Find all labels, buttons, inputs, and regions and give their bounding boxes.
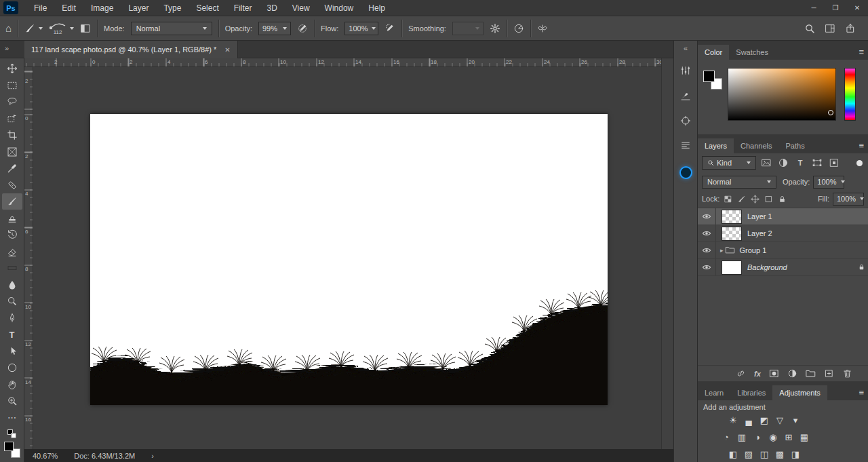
move-tool[interactable] bbox=[2, 60, 22, 77]
menu-3d[interactable]: 3D bbox=[259, 0, 284, 16]
rectangular-marquee-tool[interactable] bbox=[2, 77, 22, 94]
frame-tool[interactable] bbox=[2, 144, 22, 160]
brush-tool[interactable] bbox=[2, 193, 22, 210]
brush-settings-panel-icon[interactable] bbox=[677, 62, 694, 79]
horizontal-type-tool[interactable]: T bbox=[2, 326, 22, 343]
pen-tool[interactable] bbox=[2, 310, 22, 326]
channel-mixer-icon[interactable]: ⊞ bbox=[782, 431, 795, 443]
default-colors-icon[interactable] bbox=[7, 429, 16, 438]
zoom-level-field[interactable]: 40.67% bbox=[33, 452, 58, 460]
curves-icon[interactable]: ◩ bbox=[757, 414, 771, 426]
brush-preset-picker[interactable]: 112 bbox=[49, 22, 74, 35]
toolbar-collapse-icon[interactable]: » bbox=[5, 44, 9, 52]
layer-opacity-field[interactable]: 100% bbox=[813, 176, 844, 189]
invert-icon[interactable]: ◧ bbox=[726, 448, 740, 460]
saturation-brightness-picker[interactable] bbox=[728, 68, 836, 121]
lock-position-icon[interactable] bbox=[750, 194, 760, 204]
layer-row-layer-2[interactable]: Layer 2 bbox=[698, 225, 868, 242]
menu-type[interactable]: Type bbox=[156, 0, 189, 16]
object-selection-tool[interactable] bbox=[2, 111, 22, 127]
add-layer-mask-icon[interactable] bbox=[769, 368, 779, 379]
tab-adjustments[interactable]: Adjustments bbox=[772, 385, 827, 400]
menu-file[interactable]: File bbox=[26, 0, 54, 16]
brightness-contrast-icon[interactable]: ☀ bbox=[726, 414, 740, 426]
clone-stamp-tool[interactable] bbox=[2, 210, 22, 227]
hue-saturation-icon[interactable]: ◔ bbox=[719, 431, 733, 443]
new-group-icon[interactable] bbox=[806, 368, 816, 379]
tab-libraries[interactable]: Libraries bbox=[730, 385, 772, 400]
search-icon[interactable] bbox=[804, 23, 815, 34]
black-white-icon[interactable]: ◑ bbox=[751, 431, 764, 443]
close-icon[interactable]: ✕ bbox=[846, 0, 868, 16]
exposure-icon[interactable]: ▽ bbox=[773, 414, 787, 426]
lasso-tool[interactable] bbox=[2, 94, 22, 110]
eyedropper-tool[interactable] bbox=[2, 160, 22, 176]
airbrush-icon[interactable] bbox=[384, 23, 395, 34]
visibility-eye-icon[interactable] bbox=[698, 208, 716, 225]
layer-thumbnail[interactable] bbox=[722, 210, 742, 224]
visibility-eye-icon[interactable] bbox=[698, 225, 716, 242]
posterize-icon[interactable]: ▨ bbox=[742, 448, 755, 460]
menu-image[interactable]: Image bbox=[83, 0, 121, 16]
toggle-brush-panel-icon[interactable] bbox=[80, 23, 91, 34]
pasteboard[interactable] bbox=[33, 67, 661, 449]
menu-layer[interactable]: Layer bbox=[121, 0, 156, 16]
link-layers-icon[interactable] bbox=[736, 368, 746, 379]
levels-icon[interactable]: ▄ bbox=[742, 414, 755, 426]
minimize-icon[interactable]: ─ bbox=[803, 0, 825, 16]
brushes-panel-icon[interactable] bbox=[677, 87, 694, 104]
crop-tool[interactable] bbox=[2, 127, 22, 143]
gradient-map-icon[interactable]: ▩ bbox=[773, 448, 787, 460]
status-options-chevron-icon[interactable]: › bbox=[151, 452, 154, 460]
document-tab[interactable]: 117 land scape photo.psd @ 40.7% (Layer … bbox=[24, 41, 238, 58]
foreground-color-swatch[interactable] bbox=[703, 71, 715, 82]
menu-help[interactable]: Help bbox=[361, 0, 393, 16]
tab-channels[interactable]: Channels bbox=[734, 138, 778, 153]
home-icon[interactable]: ⌂ bbox=[5, 22, 12, 34]
opacity-field[interactable]: 99% bbox=[258, 22, 291, 35]
new-adjustment-layer-icon[interactable] bbox=[787, 368, 797, 379]
eraser-tool[interactable] bbox=[2, 244, 22, 260]
history-brush-tool[interactable] bbox=[2, 227, 22, 243]
edit-toolbar-ellipsis-icon[interactable]: ⋯ bbox=[2, 410, 22, 426]
layer-filtering-toggle-icon[interactable] bbox=[856, 160, 863, 166]
layer-name[interactable]: Background bbox=[747, 263, 787, 271]
tab-layers[interactable]: Layers bbox=[698, 138, 734, 153]
layer-row-group-1[interactable]: ▸ Group 1 bbox=[698, 242, 868, 259]
filter-pixel-layers-icon[interactable] bbox=[760, 156, 773, 170]
paint-symmetry-butterfly-icon[interactable] bbox=[537, 23, 548, 34]
foreground-color-swatch[interactable] bbox=[4, 442, 14, 451]
visibility-eye-icon[interactable] bbox=[698, 259, 716, 275]
menu-window[interactable]: Window bbox=[317, 0, 361, 16]
layer-style-fx-button[interactable]: fx bbox=[754, 370, 761, 378]
visibility-eye-icon[interactable] bbox=[698, 242, 716, 258]
color-lookup-icon[interactable]: ▦ bbox=[797, 431, 811, 443]
panel-menu-icon[interactable]: ≡ bbox=[859, 47, 864, 57]
color-balance-icon[interactable]: ▥ bbox=[735, 431, 749, 443]
lock-transparent-pixels-icon[interactable] bbox=[723, 194, 733, 204]
vibrance-icon[interactable]: ▾ bbox=[789, 414, 802, 426]
zoom-tool[interactable] bbox=[2, 393, 22, 409]
layer-thumbnail[interactable] bbox=[722, 261, 742, 275]
lock-all-icon[interactable] bbox=[777, 194, 787, 204]
lock-image-pixels-icon[interactable] bbox=[736, 194, 747, 204]
photo-filter-icon[interactable]: ◉ bbox=[766, 431, 780, 443]
group-disclosure-icon[interactable]: ▸ bbox=[720, 247, 724, 254]
filter-smart-objects-icon[interactable] bbox=[827, 156, 841, 170]
ellipse-tool[interactable] bbox=[2, 360, 22, 376]
path-selection-tool[interactable] bbox=[2, 343, 22, 360]
tab-learn[interactable]: Learn bbox=[698, 385, 730, 400]
close-tab-icon[interactable]: ✕ bbox=[224, 46, 230, 54]
tab-color[interactable]: Color bbox=[698, 45, 729, 60]
share-icon[interactable] bbox=[845, 23, 856, 34]
blend-mode-dropdown[interactable]: Normal bbox=[131, 22, 212, 35]
layer-fill-field[interactable]: 100% bbox=[833, 193, 864, 206]
lock-artboard-icon[interactable] bbox=[764, 194, 774, 204]
expand-panels-icon[interactable]: « bbox=[684, 44, 688, 52]
paragraph-panel-icon[interactable] bbox=[677, 137, 694, 155]
hand-tool[interactable] bbox=[2, 377, 22, 393]
hue-slider[interactable] bbox=[844, 68, 856, 121]
workspace-switcher-icon[interactable] bbox=[825, 23, 835, 34]
smoothing-options-gear-icon[interactable] bbox=[490, 23, 500, 34]
panel-menu-icon[interactable]: ≡ bbox=[859, 140, 864, 151]
